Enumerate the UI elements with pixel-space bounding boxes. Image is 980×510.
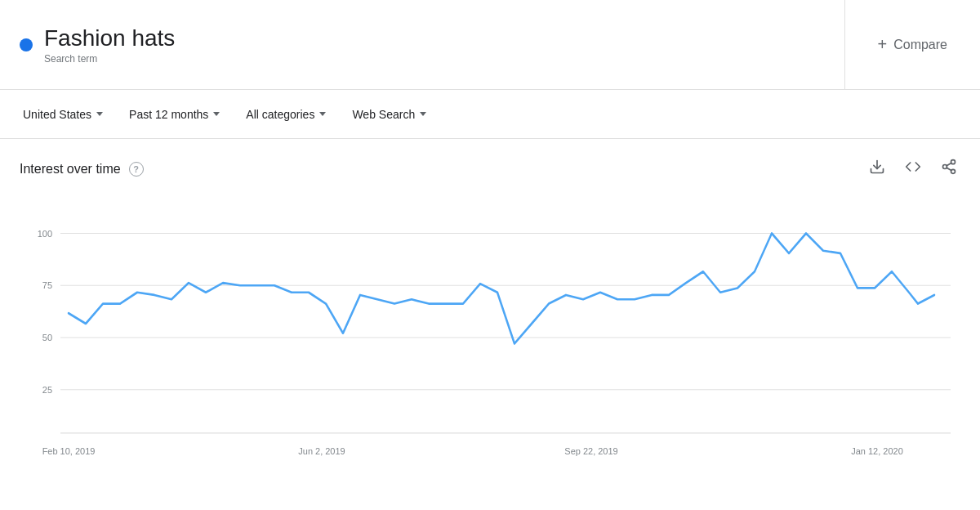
compare-label: Compare <box>893 38 947 52</box>
help-icon[interactable]: ? <box>129 162 144 177</box>
share-button[interactable] <box>938 155 960 182</box>
svg-text:Feb 10, 2019: Feb 10, 2019 <box>42 446 96 456</box>
filters-bar: United States Past 12 months All categor… <box>0 90 980 139</box>
svg-text:50: 50 <box>42 333 52 342</box>
svg-line-4 <box>947 168 951 170</box>
svg-text:100: 100 <box>38 228 52 238</box>
location-filter-label: United States <box>23 108 91 121</box>
search-term-subtitle: Search term <box>44 53 175 65</box>
chart-title-area: Interest over time ? <box>20 162 144 177</box>
embed-code-button[interactable] <box>902 155 924 182</box>
search-term-text: Fashion hats Search term <box>44 25 175 65</box>
category-filter[interactable]: All categories <box>236 103 336 126</box>
chart-title: Interest over time <box>20 162 121 177</box>
header: Fashion hats Search term + Compare <box>0 0 980 90</box>
svg-text:25: 25 <box>42 385 52 395</box>
svg-text:Jun 2, 2019: Jun 2, 2019 <box>298 446 345 456</box>
trend-chart: 100 75 50 25 Feb 10, 2019 Jun 2, 2019 Se… <box>20 199 960 476</box>
search-term-dot <box>20 38 33 51</box>
location-filter[interactable]: United States <box>13 103 113 126</box>
download-button[interactable] <box>866 155 889 182</box>
trend-line <box>69 234 934 344</box>
search-term-section: Fashion hats Search term <box>0 0 845 89</box>
chart-header: Interest over time ? <box>20 155 960 182</box>
search-type-filter-label: Web Search <box>352 108 415 121</box>
category-filter-label: All categories <box>246 108 314 121</box>
chart-container: 100 75 50 25 Feb 10, 2019 Jun 2, 2019 Se… <box>20 199 960 476</box>
search-term-title: Fashion hats <box>44 25 175 52</box>
time-range-filter-chevron <box>213 112 220 116</box>
compare-plus-icon: + <box>878 35 888 54</box>
svg-text:Jan 12, 2020: Jan 12, 2020 <box>851 446 903 456</box>
time-range-filter-label: Past 12 months <box>129 108 208 121</box>
compare-section[interactable]: + Compare <box>845 19 981 70</box>
chart-section: Interest over time ? <box>0 139 980 476</box>
search-type-filter-chevron <box>420 112 426 116</box>
svg-line-5 <box>947 163 951 165</box>
chart-actions <box>866 155 960 182</box>
search-type-filter[interactable]: Web Search <box>342 103 436 126</box>
location-filter-chevron <box>96 112 103 116</box>
svg-text:Sep 22, 2019: Sep 22, 2019 <box>564 446 617 456</box>
category-filter-chevron <box>319 112 326 116</box>
svg-text:75: 75 <box>42 280 52 290</box>
time-range-filter[interactable]: Past 12 months <box>119 103 229 126</box>
